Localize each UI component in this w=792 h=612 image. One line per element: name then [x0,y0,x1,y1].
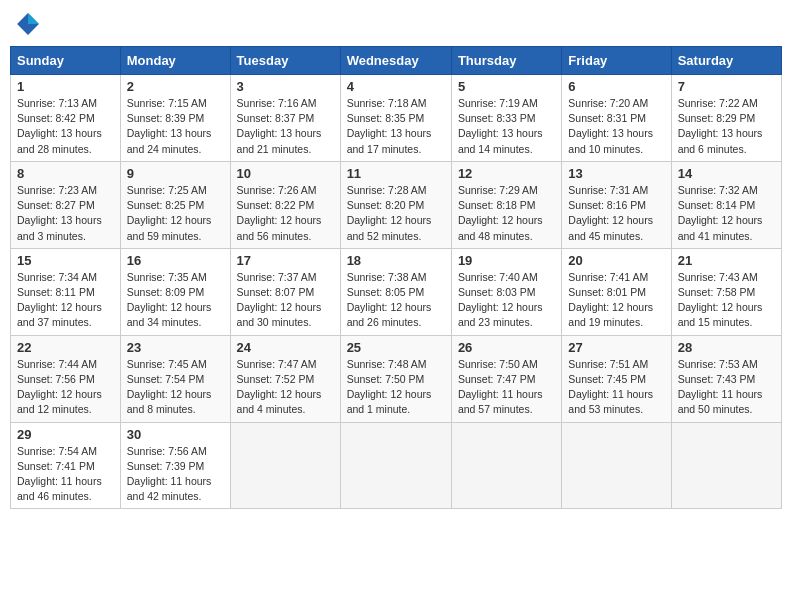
sunset-label: Sunset: 8:22 PM [237,199,315,211]
day-number: 15 [17,253,114,268]
daylight-label: Daylight: 12 hours and 26 minutes. [347,301,432,328]
calendar-day-cell: 16 Sunrise: 7:35 AM Sunset: 8:09 PM Dayl… [120,248,230,335]
calendar-week-row: 29 Sunrise: 7:54 AM Sunset: 7:41 PM Dayl… [11,422,782,509]
day-info: Sunrise: 7:43 AM Sunset: 7:58 PM Dayligh… [678,270,775,331]
weekday-header-monday: Monday [120,47,230,75]
daylight-label: Daylight: 13 hours and 6 minutes. [678,127,763,154]
daylight-label: Daylight: 12 hours and 1 minute. [347,388,432,415]
daylight-label: Daylight: 11 hours and 46 minutes. [17,475,102,502]
sunset-label: Sunset: 8:20 PM [347,199,425,211]
day-number: 22 [17,340,114,355]
sunrise-label: Sunrise: 7:50 AM [458,358,538,370]
sunrise-label: Sunrise: 7:43 AM [678,271,758,283]
calendar-day-cell: 3 Sunrise: 7:16 AM Sunset: 8:37 PM Dayli… [230,75,340,162]
sunset-label: Sunset: 7:52 PM [237,373,315,385]
sunrise-label: Sunrise: 7:51 AM [568,358,648,370]
svg-marker-1 [28,13,39,24]
sunset-label: Sunset: 7:58 PM [678,286,756,298]
sunset-label: Sunset: 8:39 PM [127,112,205,124]
sunset-label: Sunset: 8:29 PM [678,112,756,124]
day-number: 30 [127,427,224,442]
daylight-label: Daylight: 12 hours and 19 minutes. [568,301,653,328]
day-info: Sunrise: 7:35 AM Sunset: 8:09 PM Dayligh… [127,270,224,331]
day-number: 18 [347,253,445,268]
day-number: 7 [678,79,775,94]
daylight-label: Daylight: 12 hours and 52 minutes. [347,214,432,241]
sunrise-label: Sunrise: 7:37 AM [237,271,317,283]
day-number: 9 [127,166,224,181]
daylight-label: Daylight: 13 hours and 21 minutes. [237,127,322,154]
day-number: 6 [568,79,664,94]
day-number: 17 [237,253,334,268]
day-number: 4 [347,79,445,94]
calendar-day-cell [340,422,451,509]
day-info: Sunrise: 7:54 AM Sunset: 7:41 PM Dayligh… [17,444,114,505]
day-number: 21 [678,253,775,268]
sunrise-label: Sunrise: 7:28 AM [347,184,427,196]
day-info: Sunrise: 7:37 AM Sunset: 8:07 PM Dayligh… [237,270,334,331]
calendar-day-cell: 17 Sunrise: 7:37 AM Sunset: 8:07 PM Dayl… [230,248,340,335]
day-info: Sunrise: 7:18 AM Sunset: 8:35 PM Dayligh… [347,96,445,157]
day-number: 14 [678,166,775,181]
day-number: 19 [458,253,555,268]
daylight-label: Daylight: 12 hours and 45 minutes. [568,214,653,241]
sunset-label: Sunset: 8:37 PM [237,112,315,124]
day-number: 23 [127,340,224,355]
day-info: Sunrise: 7:44 AM Sunset: 7:56 PM Dayligh… [17,357,114,418]
day-number: 3 [237,79,334,94]
day-number: 8 [17,166,114,181]
day-info: Sunrise: 7:20 AM Sunset: 8:31 PM Dayligh… [568,96,664,157]
daylight-label: Daylight: 12 hours and 8 minutes. [127,388,212,415]
sunrise-label: Sunrise: 7:40 AM [458,271,538,283]
calendar-day-cell: 9 Sunrise: 7:25 AM Sunset: 8:25 PM Dayli… [120,161,230,248]
daylight-label: Daylight: 12 hours and 30 minutes. [237,301,322,328]
calendar-header-row: SundayMondayTuesdayWednesdayThursdayFrid… [11,47,782,75]
calendar-day-cell: 28 Sunrise: 7:53 AM Sunset: 7:43 PM Dayl… [671,335,781,422]
day-info: Sunrise: 7:28 AM Sunset: 8:20 PM Dayligh… [347,183,445,244]
weekday-header-friday: Friday [562,47,671,75]
daylight-label: Daylight: 12 hours and 59 minutes. [127,214,212,241]
sunset-label: Sunset: 7:45 PM [568,373,646,385]
calendar-day-cell: 2 Sunrise: 7:15 AM Sunset: 8:39 PM Dayli… [120,75,230,162]
calendar-day-cell: 10 Sunrise: 7:26 AM Sunset: 8:22 PM Dayl… [230,161,340,248]
sunset-label: Sunset: 7:50 PM [347,373,425,385]
sunset-label: Sunset: 7:39 PM [127,460,205,472]
sunset-label: Sunset: 8:42 PM [17,112,95,124]
day-number: 1 [17,79,114,94]
calendar-week-row: 15 Sunrise: 7:34 AM Sunset: 8:11 PM Dayl… [11,248,782,335]
sunset-label: Sunset: 8:27 PM [17,199,95,211]
calendar-day-cell: 6 Sunrise: 7:20 AM Sunset: 8:31 PM Dayli… [562,75,671,162]
daylight-label: Daylight: 12 hours and 12 minutes. [17,388,102,415]
daylight-label: Daylight: 11 hours and 50 minutes. [678,388,763,415]
calendar-day-cell: 22 Sunrise: 7:44 AM Sunset: 7:56 PM Dayl… [11,335,121,422]
day-number: 25 [347,340,445,355]
sunrise-label: Sunrise: 7:54 AM [17,445,97,457]
daylight-label: Daylight: 13 hours and 24 minutes. [127,127,212,154]
weekday-header-tuesday: Tuesday [230,47,340,75]
day-number: 27 [568,340,664,355]
daylight-label: Daylight: 12 hours and 37 minutes. [17,301,102,328]
calendar-day-cell: 12 Sunrise: 7:29 AM Sunset: 8:18 PM Dayl… [451,161,561,248]
calendar-day-cell: 25 Sunrise: 7:48 AM Sunset: 7:50 PM Dayl… [340,335,451,422]
sunrise-label: Sunrise: 7:38 AM [347,271,427,283]
sunrise-label: Sunrise: 7:44 AM [17,358,97,370]
sunrise-label: Sunrise: 7:47 AM [237,358,317,370]
day-number: 10 [237,166,334,181]
sunrise-label: Sunrise: 7:23 AM [17,184,97,196]
day-info: Sunrise: 7:53 AM Sunset: 7:43 PM Dayligh… [678,357,775,418]
day-number: 28 [678,340,775,355]
daylight-label: Daylight: 12 hours and 23 minutes. [458,301,543,328]
day-number: 16 [127,253,224,268]
calendar-day-cell: 15 Sunrise: 7:34 AM Sunset: 8:11 PM Dayl… [11,248,121,335]
sunset-label: Sunset: 8:14 PM [678,199,756,211]
calendar-day-cell [562,422,671,509]
day-info: Sunrise: 7:15 AM Sunset: 8:39 PM Dayligh… [127,96,224,157]
sunset-label: Sunset: 8:03 PM [458,286,536,298]
calendar-day-cell: 18 Sunrise: 7:38 AM Sunset: 8:05 PM Dayl… [340,248,451,335]
calendar-day-cell [230,422,340,509]
day-number: 2 [127,79,224,94]
sunrise-label: Sunrise: 7:48 AM [347,358,427,370]
daylight-label: Daylight: 11 hours and 53 minutes. [568,388,653,415]
page-header [10,10,782,38]
weekday-header-saturday: Saturday [671,47,781,75]
